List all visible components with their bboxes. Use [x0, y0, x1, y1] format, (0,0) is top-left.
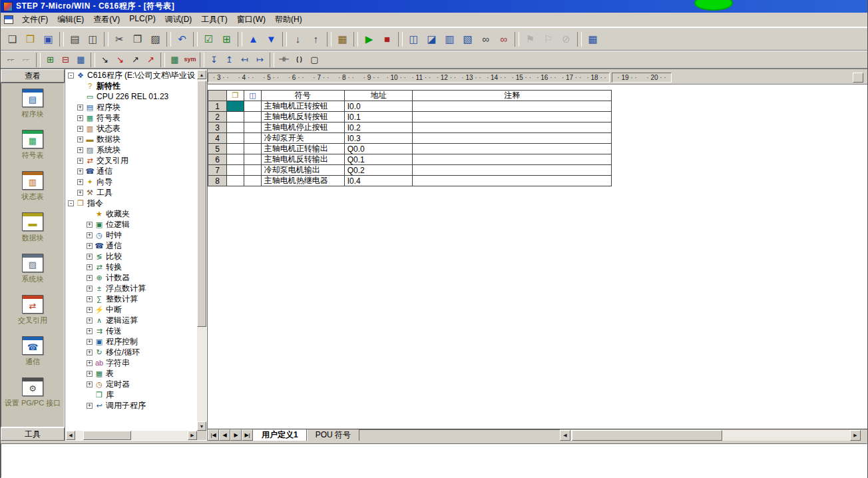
- address-cell[interactable]: I0.1: [345, 112, 413, 122]
- tree-item-system-block[interactable]: + ▨ 系统块: [66, 144, 197, 155]
- row-number-cell[interactable]: 1: [208, 101, 227, 112]
- tree-item-clock[interactable]: + ◷ 时钟: [66, 230, 197, 240]
- tree-item-wizards[interactable]: + ✦ 向导: [66, 176, 197, 187]
- table-row[interactable]: 1 主轴电机正转按钮 I0.0: [208, 101, 612, 112]
- symbol-cell[interactable]: 冷却泵开关: [262, 133, 345, 144]
- paste-button[interactable]: ▨: [146, 31, 164, 48]
- line-up-button[interactable]: ↥: [222, 53, 237, 67]
- column-header-address[interactable]: 地址: [345, 91, 413, 101]
- sidebar-item-symbol-table[interactable]: ▦ 符号表: [1, 130, 64, 171]
- scroll-track[interactable]: [197, 79, 206, 421]
- flag-cell[interactable]: [227, 154, 244, 165]
- tree-item-call-subroutines[interactable]: + ↩ 调用子程序: [66, 400, 197, 411]
- chart-status-pause-button[interactable]: ▧: [459, 31, 477, 48]
- tree-item-status-chart[interactable]: + ▥ 状态表: [66, 123, 197, 134]
- tree-expand-toggle[interactable]: -: [68, 200, 74, 206]
- symbol-cell[interactable]: 主轴电机反转输出: [262, 154, 345, 165]
- address-cell[interactable]: Q0.0: [345, 144, 413, 154]
- force-button[interactable]: ⚑: [521, 31, 539, 48]
- view-flag-cell[interactable]: [244, 112, 262, 122]
- comment-cell[interactable]: [413, 165, 612, 176]
- address-cell[interactable]: Q0.2: [345, 165, 413, 176]
- scroll-thumb[interactable]: [83, 431, 131, 440]
- sidebar-item-cross-reference[interactable]: ⇄ 交叉引用: [1, 295, 64, 336]
- tree-horizontal-scrollbar[interactable]: ◀ ▶: [66, 431, 197, 440]
- comment-cell[interactable]: [413, 122, 612, 133]
- row-number-cell[interactable]: 2: [208, 112, 227, 122]
- tree-expand-toggle[interactable]: +: [87, 360, 93, 366]
- tree-item-bit-logic[interactable]: + ▣ 位逻辑: [66, 219, 197, 230]
- tree-item-libraries[interactable]: ❒ 库: [66, 389, 197, 400]
- tree-expand-toggle[interactable]: +: [87, 232, 93, 238]
- scroll-right-button[interactable]: ▶: [850, 430, 861, 441]
- tree-expand-toggle[interactable]: +: [77, 115, 83, 121]
- column-header-symbol[interactable]: 符号: [262, 91, 345, 101]
- table-row[interactable]: 5 主轴电机正转输出 Q0.0: [208, 144, 612, 154]
- tree-expand-toggle[interactable]: +: [77, 136, 83, 142]
- address-cell[interactable]: I0.4: [345, 176, 413, 186]
- symbolic-addressing-button[interactable]: sym: [182, 53, 198, 67]
- comment-cell[interactable]: [413, 101, 612, 112]
- tree-item-floating-point-math[interactable]: + ± 浮点数计算: [66, 283, 197, 294]
- comment-cell[interactable]: [413, 176, 612, 186]
- sidebar-item-pg-pc-interface[interactable]: ⚙ 设置 PG/PC 接口: [1, 377, 64, 419]
- table-row[interactable]: 6 主轴电机反转输出 Q0.1: [208, 154, 612, 165]
- sidebar-item-communications[interactable]: ☎ 通信: [1, 336, 64, 377]
- tree-item-compare[interactable]: + ≶ 比较: [66, 251, 197, 262]
- tools-bar-header[interactable]: 工具: [1, 427, 65, 441]
- view-flag-cell[interactable]: [244, 154, 262, 165]
- delete-column-button[interactable]: ↗: [143, 53, 158, 67]
- tree-item-move[interactable]: + ⇉ 传送: [66, 326, 197, 336]
- symbol-cell[interactable]: 冷却泵电机输出: [262, 165, 345, 176]
- download-button[interactable]: ▼: [262, 31, 280, 48]
- scroll-thumb[interactable]: [572, 430, 722, 441]
- child-window-icon[interactable]: [4, 15, 13, 24]
- tree-expand-toggle[interactable]: +: [87, 371, 93, 377]
- comment-cell[interactable]: [413, 154, 612, 165]
- row-number-cell[interactable]: 8: [208, 176, 227, 186]
- tree-expand-toggle[interactable]: +: [87, 296, 93, 302]
- scroll-down-button[interactable]: ▼: [197, 421, 206, 431]
- tab-pou-symbols[interactable]: POU 符号: [307, 429, 359, 441]
- flag-column-header[interactable]: ❒: [227, 91, 244, 101]
- tree-item-instructions[interactable]: - ❒ 指令: [66, 198, 197, 208]
- tree-item-cpu[interactable]: ▭ CPU 226 REL 01.23: [66, 91, 197, 102]
- tree-item-string[interactable]: + ab 字符串: [66, 358, 197, 368]
- menu-item[interactable]: 编辑(E): [53, 12, 89, 27]
- flag-cell[interactable]: [227, 112, 244, 122]
- copy-button[interactable]: ❐: [128, 31, 146, 48]
- cut-button[interactable]: ✂: [110, 31, 128, 48]
- tree-item-convert[interactable]: + ⇄ 转换: [66, 262, 197, 272]
- view-flag-cell[interactable]: [244, 144, 262, 154]
- table-row[interactable]: 8 主轴电机热继电器 I0.4: [208, 176, 612, 186]
- tree-expand-toggle[interactable]: +: [77, 126, 83, 132]
- last-tab-button[interactable]: ▶|: [242, 429, 253, 441]
- tree-item-data-block[interactable]: + ▬ 数据块: [66, 134, 197, 144]
- view-bar-header[interactable]: 查看: [1, 69, 65, 83]
- box-button[interactable]: ▢: [307, 53, 322, 67]
- view-flag-cell[interactable]: [244, 101, 262, 112]
- tree-item-interrupt[interactable]: + ⚡ 中断: [66, 304, 197, 315]
- symbol-cell[interactable]: 主轴电机热继电器: [262, 176, 345, 186]
- menu-item[interactable]: 窗口(W): [232, 12, 270, 27]
- run-button[interactable]: ▶: [360, 31, 378, 48]
- sidebar-item-system-block[interactable]: ▨ 系统块: [1, 254, 64, 295]
- tree-item-counters[interactable]: + ⊕ 计数器: [66, 272, 197, 283]
- menu-item[interactable]: 调试(D): [160, 12, 197, 27]
- symbol-table-grid-button[interactable]: ▦: [584, 31, 602, 48]
- tree-expand-toggle[interactable]: +: [87, 264, 93, 270]
- comment-cell[interactable]: [413, 112, 612, 122]
- tree-item-table[interactable]: + ▦ 表: [66, 368, 197, 379]
- view-column-header[interactable]: ◫: [244, 91, 262, 101]
- unforce-button[interactable]: ⚐: [539, 31, 557, 48]
- tree-expand-toggle[interactable]: +: [77, 168, 83, 174]
- next-tab-button[interactable]: ▶: [230, 429, 242, 441]
- tree-expand-toggle[interactable]: +: [87, 222, 93, 228]
- tree-vertical-scrollbar[interactable]: ▲ ▼: [197, 70, 206, 431]
- tree-item-new-features[interactable]: ? 新特性: [66, 81, 197, 91]
- tree-item-logical-operations[interactable]: + ∧ 逻辑运算: [66, 315, 197, 326]
- stop-button[interactable]: ■: [378, 31, 396, 48]
- scroll-thumb[interactable]: [197, 81, 206, 327]
- upload-button[interactable]: ▲: [244, 31, 262, 48]
- view-flag-cell[interactable]: [244, 165, 262, 176]
